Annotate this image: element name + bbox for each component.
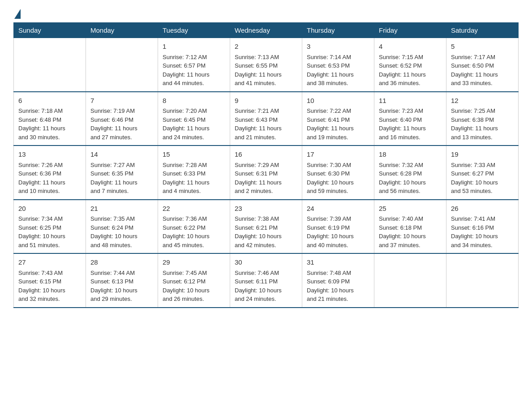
- day-number: 24: [307, 204, 369, 214]
- day-info: Sunrise: 7:41 AMSunset: 6:16 PMDaylight:…: [451, 214, 514, 249]
- day-info: Sunrise: 7:44 AMSunset: 6:13 PMDaylight:…: [90, 269, 153, 304]
- day-info: Sunrise: 7:22 AMSunset: 6:41 PMDaylight:…: [307, 107, 369, 141]
- day-header-monday: Monday: [86, 23, 158, 38]
- calendar-cell: 5Sunrise: 7:17 AMSunset: 6:50 PMDaylight…: [446, 38, 519, 92]
- calendar-cell: 21Sunrise: 7:35 AMSunset: 6:24 PMDayligh…: [86, 200, 158, 254]
- day-info: Sunrise: 7:12 AMSunset: 6:57 PMDaylight:…: [163, 53, 225, 88]
- day-number: 14: [90, 150, 153, 160]
- calendar-cell: 16Sunrise: 7:29 AMSunset: 6:31 PMDayligh…: [230, 146, 302, 200]
- day-info: Sunrise: 7:35 AMSunset: 6:24 PMDaylight:…: [90, 214, 153, 249]
- day-header-wednesday: Wednesday: [230, 23, 302, 38]
- day-number: 8: [163, 96, 225, 106]
- day-info: Sunrise: 7:33 AMSunset: 6:27 PMDaylight:…: [451, 161, 514, 196]
- calendar-cell: 27Sunrise: 7:43 AMSunset: 6:15 PMDayligh…: [14, 253, 86, 308]
- calendar-table: SundayMondayTuesdayWednesdayThursdayFrid…: [13, 22, 519, 308]
- calendar-cell: 12Sunrise: 7:25 AMSunset: 6:38 PMDayligh…: [446, 92, 519, 146]
- calendar-cell: 3Sunrise: 7:14 AMSunset: 6:53 PMDaylight…: [302, 38, 374, 92]
- day-number: 31: [307, 257, 369, 268]
- calendar-cell: 9Sunrise: 7:21 AMSunset: 6:43 PMDaylight…: [230, 92, 302, 146]
- calendar-cell: 11Sunrise: 7:23 AMSunset: 6:40 PMDayligh…: [374, 92, 446, 146]
- day-info: Sunrise: 7:15 AMSunset: 6:52 PMDaylight:…: [379, 53, 442, 88]
- day-number: 13: [18, 150, 81, 160]
- day-info: Sunrise: 7:38 AMSunset: 6:21 PMDaylight:…: [235, 214, 297, 249]
- day-number: 5: [451, 42, 514, 52]
- calendar-cell: 30Sunrise: 7:46 AMSunset: 6:11 PMDayligh…: [230, 253, 302, 308]
- day-info: Sunrise: 7:19 AMSunset: 6:46 PMDaylight:…: [90, 107, 153, 141]
- calendar-cell: 19Sunrise: 7:33 AMSunset: 6:27 PMDayligh…: [446, 146, 519, 200]
- calendar-week-row: 20Sunrise: 7:34 AMSunset: 6:25 PMDayligh…: [14, 200, 519, 254]
- calendar-cell: 17Sunrise: 7:30 AMSunset: 6:30 PMDayligh…: [302, 146, 374, 200]
- day-info: Sunrise: 7:27 AMSunset: 6:35 PMDaylight:…: [90, 161, 153, 196]
- calendar-week-row: 13Sunrise: 7:26 AMSunset: 6:36 PMDayligh…: [14, 146, 519, 200]
- calendar-cell: 23Sunrise: 7:38 AMSunset: 6:21 PMDayligh…: [230, 200, 302, 254]
- day-header-sunday: Sunday: [14, 23, 86, 38]
- day-info: Sunrise: 7:26 AMSunset: 6:36 PMDaylight:…: [18, 161, 81, 196]
- day-number: 25: [379, 204, 442, 214]
- day-number: 15: [163, 150, 225, 160]
- calendar-cell: [86, 38, 158, 92]
- day-header-saturday: Saturday: [446, 23, 519, 38]
- day-number: 19: [451, 150, 514, 160]
- day-info: Sunrise: 7:29 AMSunset: 6:31 PMDaylight:…: [235, 161, 297, 196]
- day-number: 20: [18, 204, 81, 214]
- day-info: Sunrise: 7:32 AMSunset: 6:28 PMDaylight:…: [379, 161, 442, 196]
- calendar-cell: 26Sunrise: 7:41 AMSunset: 6:16 PMDayligh…: [446, 200, 519, 254]
- day-number: 29: [163, 257, 225, 268]
- day-info: Sunrise: 7:30 AMSunset: 6:30 PMDaylight:…: [307, 161, 369, 196]
- day-header-friday: Friday: [374, 23, 446, 38]
- day-info: Sunrise: 7:14 AMSunset: 6:53 PMDaylight:…: [307, 53, 369, 88]
- day-number: 12: [451, 96, 514, 106]
- day-info: Sunrise: 7:46 AMSunset: 6:11 PMDaylight:…: [235, 269, 297, 304]
- calendar-cell: 18Sunrise: 7:32 AMSunset: 6:28 PMDayligh…: [374, 146, 446, 200]
- day-number: 17: [307, 150, 369, 160]
- calendar-cell: 20Sunrise: 7:34 AMSunset: 6:25 PMDayligh…: [14, 200, 86, 254]
- calendar-cell: 6Sunrise: 7:18 AMSunset: 6:48 PMDaylight…: [14, 92, 86, 146]
- calendar-cell: 14Sunrise: 7:27 AMSunset: 6:35 PMDayligh…: [86, 146, 158, 200]
- calendar-cell: 22Sunrise: 7:36 AMSunset: 6:22 PMDayligh…: [158, 200, 230, 254]
- day-info: Sunrise: 7:36 AMSunset: 6:22 PMDaylight:…: [163, 214, 225, 249]
- day-number: 26: [451, 204, 514, 214]
- day-info: Sunrise: 7:40 AMSunset: 6:18 PMDaylight:…: [379, 214, 442, 249]
- calendar-week-row: 1Sunrise: 7:12 AMSunset: 6:57 PMDaylight…: [14, 38, 519, 92]
- day-number: 10: [307, 96, 369, 106]
- day-number: 30: [235, 257, 297, 268]
- day-info: Sunrise: 7:20 AMSunset: 6:45 PMDaylight:…: [163, 107, 225, 141]
- day-header-thursday: Thursday: [302, 23, 374, 38]
- logo-triangle-icon: [14, 9, 21, 19]
- day-number: 21: [90, 204, 153, 214]
- calendar-cell: 10Sunrise: 7:22 AMSunset: 6:41 PMDayligh…: [302, 92, 374, 146]
- logo: [13, 9, 21, 18]
- day-info: Sunrise: 7:28 AMSunset: 6:33 PMDaylight:…: [163, 161, 225, 196]
- day-number: 27: [18, 257, 81, 268]
- day-number: 3: [307, 42, 369, 52]
- day-info: Sunrise: 7:39 AMSunset: 6:19 PMDaylight:…: [307, 214, 369, 249]
- calendar-week-row: 6Sunrise: 7:18 AMSunset: 6:48 PMDaylight…: [14, 92, 519, 146]
- day-info: Sunrise: 7:34 AMSunset: 6:25 PMDaylight:…: [18, 214, 81, 249]
- calendar-cell: 1Sunrise: 7:12 AMSunset: 6:57 PMDaylight…: [158, 38, 230, 92]
- day-number: 2: [235, 42, 297, 52]
- calendar-cell: 7Sunrise: 7:19 AMSunset: 6:46 PMDaylight…: [86, 92, 158, 146]
- page-header: [13, 9, 519, 18]
- calendar-cell: 25Sunrise: 7:40 AMSunset: 6:18 PMDayligh…: [374, 200, 446, 254]
- day-number: 18: [379, 150, 442, 160]
- day-info: Sunrise: 7:21 AMSunset: 6:43 PMDaylight:…: [235, 107, 297, 141]
- day-number: 16: [235, 150, 297, 160]
- calendar-cell: [446, 253, 519, 308]
- day-number: 23: [235, 204, 297, 214]
- day-number: 7: [90, 96, 153, 106]
- calendar-cell: 29Sunrise: 7:45 AMSunset: 6:12 PMDayligh…: [158, 253, 230, 308]
- calendar-cell: 24Sunrise: 7:39 AMSunset: 6:19 PMDayligh…: [302, 200, 374, 254]
- calendar-cell: 13Sunrise: 7:26 AMSunset: 6:36 PMDayligh…: [14, 146, 86, 200]
- day-info: Sunrise: 7:48 AMSunset: 6:09 PMDaylight:…: [307, 269, 369, 304]
- calendar-cell: [374, 253, 446, 308]
- day-number: 9: [235, 96, 297, 106]
- calendar-header-row: SundayMondayTuesdayWednesdayThursdayFrid…: [14, 23, 519, 38]
- day-number: 1: [163, 42, 225, 52]
- day-number: 22: [163, 204, 225, 214]
- day-info: Sunrise: 7:17 AMSunset: 6:50 PMDaylight:…: [451, 53, 514, 88]
- day-header-tuesday: Tuesday: [158, 23, 230, 38]
- day-number: 6: [18, 96, 81, 106]
- day-number: 4: [379, 42, 442, 52]
- day-number: 28: [90, 257, 153, 268]
- day-info: Sunrise: 7:23 AMSunset: 6:40 PMDaylight:…: [379, 107, 442, 141]
